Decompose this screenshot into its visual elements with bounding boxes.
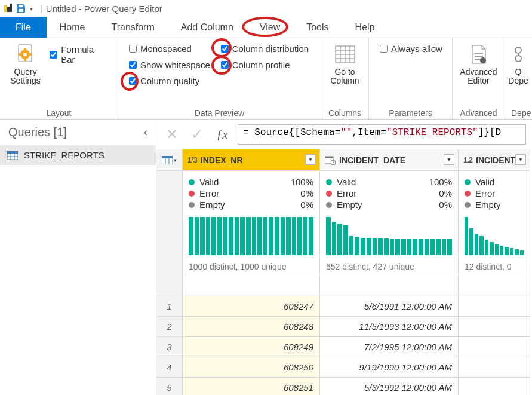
stat-error-label: Error <box>199 188 219 198</box>
svg-point-22 <box>480 57 486 63</box>
cell-date[interactable]: 5/3/1992 12:00:00 AM <box>320 378 459 395</box>
query-settings-button[interactable]: Query Settings <box>6 41 45 88</box>
goto-column-label: Go to Column <box>330 68 359 86</box>
cell-incident[interactable] <box>459 296 530 317</box>
tab-transform[interactable]: Transform <box>98 17 167 38</box>
tab-add-column[interactable]: Add Column <box>168 17 247 38</box>
column-header[interactable]: 1.2INCIDENT▼ <box>459 149 530 171</box>
formula-schema: "" <box>340 127 352 138</box>
cell-incident[interactable] <box>459 337 530 357</box>
cell-date[interactable]: 11/5/1993 12:00:00 AM <box>320 317 459 337</box>
tab-tools[interactable]: Tools <box>293 17 342 38</box>
check-column-distribution-label: Column distribution <box>232 44 309 54</box>
check-column-profile-label: Column profile <box>232 60 290 70</box>
tab-home[interactable]: Home <box>47 17 99 38</box>
query-item[interactable]: STRIKE_REPORTS <box>0 145 156 165</box>
ribbon: Query Settings Formula Bar Layout Monosp… <box>0 38 532 120</box>
check-column-profile[interactable]: Column profile <box>219 59 309 71</box>
dot-valid-icon <box>326 179 332 185</box>
qat-dropdown-icon[interactable]: ▾ <box>30 5 33 12</box>
check-formula-bar-input[interactable] <box>50 51 57 59</box>
check-whitespace[interactable]: Show whitespace <box>127 59 210 71</box>
collapse-icon[interactable]: ‹ <box>144 126 147 139</box>
formula-cancel-icon[interactable]: ✕ <box>162 125 182 144</box>
table-icon <box>7 151 18 160</box>
stat-error-value: 0% <box>439 188 452 198</box>
formula-accept-icon[interactable]: ✓ <box>187 125 207 144</box>
column-filter-icon[interactable]: ▼ <box>515 154 526 165</box>
column-quality-panel: Valid100%Error0%Empty0%652 distinct, 427… <box>320 171 459 296</box>
cell-date[interactable]: 7/2/1995 12:00:00 AM <box>320 337 459 357</box>
cell-index[interactable]: 608250 <box>183 357 320 378</box>
check-column-distribution-input[interactable] <box>221 45 229 53</box>
row-number[interactable]: 5 <box>156 378 183 395</box>
svg-point-24 <box>515 56 521 62</box>
goto-column-button[interactable]: Go to Column <box>327 41 362 88</box>
stat-empty-value: 0% <box>300 200 313 210</box>
column-header[interactable]: INCIDENT_DATE▼ <box>320 149 459 171</box>
cell-index[interactable]: 608251 <box>183 378 320 395</box>
distribution-chart <box>183 212 319 255</box>
cell-index[interactable]: 608249 <box>183 337 320 357</box>
column-header[interactable]: 1²3INDEX_NR▼ <box>183 149 320 171</box>
column-filter-icon[interactable]: ▼ <box>305 154 316 165</box>
formula-bar: ✕ ✓ ƒx = Source{[Schema="",Item="STRIKE_… <box>156 120 532 149</box>
formula-input[interactable]: = Source{[Schema="",Item="STRIKE_REPORTS… <box>238 124 526 145</box>
check-monospaced-label: Monospaced <box>140 44 192 54</box>
svg-point-7 <box>23 53 27 56</box>
advanced-editor-label: Advanced Editor <box>460 68 497 86</box>
tab-view[interactable]: View <box>247 17 293 38</box>
cell-date[interactable]: 5/6/1991 12:00:00 AM <box>320 296 459 317</box>
check-column-quality[interactable]: Column quality <box>127 75 210 87</box>
ribbon-group-parameters-label: Parameters <box>375 108 446 118</box>
check-column-distribution[interactable]: Column distribution <box>219 43 309 54</box>
cell-index[interactable]: 608247 <box>183 296 320 317</box>
grid-corner[interactable]: ▾ <box>156 149 183 171</box>
tab-help[interactable]: Help <box>342 17 388 38</box>
check-column-profile-input[interactable] <box>221 61 229 69</box>
stat-error-value: 0% <box>300 188 313 198</box>
check-whitespace-input[interactable] <box>129 61 137 69</box>
svg-rect-21 <box>475 59 481 60</box>
dot-valid-icon <box>189 179 195 185</box>
svg-rect-1 <box>7 7 10 12</box>
cell-incident[interactable] <box>459 357 530 378</box>
svg-rect-9 <box>24 59 26 61</box>
ribbon-group-layout: Query Settings Formula Bar Layout <box>0 38 118 119</box>
query-settings-label: Query Settings <box>10 68 41 86</box>
stat-empty-label: Empty <box>475 200 501 210</box>
distribution-chart <box>459 212 530 255</box>
stat-empty-value: 0% <box>439 200 452 210</box>
row-number[interactable]: 2 <box>156 317 183 337</box>
tab-file[interactable]: File <box>0 17 47 38</box>
check-monospaced-input[interactable] <box>129 45 137 53</box>
ribbon-group-advanced: Advanced Editor Advanced <box>453 38 505 119</box>
cell-index[interactable]: 608248 <box>183 317 320 337</box>
gear-doc-icon <box>14 42 38 66</box>
dependencies-button[interactable]: QDepe <box>506 41 530 88</box>
stat-error-label: Error <box>475 188 495 198</box>
ribbon-group-dependencies: QDepe Depe <box>505 38 531 119</box>
ribbon-group-columns-label: Columns <box>327 108 362 118</box>
check-always-allow-input[interactable] <box>380 45 388 53</box>
column-filter-icon[interactable]: ▼ <box>444 154 454 165</box>
stat-error-label: Error <box>337 188 356 198</box>
column-quality-panel: Valid100%Error0%Empty0%1000 distinct, 10… <box>183 171 320 296</box>
check-monospaced[interactable]: Monospaced <box>127 43 210 54</box>
cell-date[interactable]: 9/19/1990 12:00:00 AM <box>320 357 459 378</box>
ribbon-group-parameters: Always allow Parameters <box>369 38 453 119</box>
check-always-allow[interactable]: Always allow <box>377 43 442 54</box>
row-number[interactable]: 1 <box>156 296 183 317</box>
cell-incident[interactable] <box>459 378 530 395</box>
advanced-editor-button[interactable]: Advanced Editor <box>457 41 500 88</box>
svg-rect-27 <box>7 151 18 154</box>
cell-incident[interactable] <box>459 317 530 337</box>
check-formula-bar[interactable]: Formula Bar <box>47 44 109 65</box>
queries-pane: Queries [1] ‹ STRIKE_REPORTS <box>0 120 156 395</box>
row-number[interactable]: 3 <box>156 337 183 357</box>
save-icon[interactable] <box>16 3 26 14</box>
check-column-quality-input[interactable] <box>129 77 137 85</box>
svg-rect-4 <box>19 9 23 12</box>
row-number[interactable]: 4 <box>156 357 183 378</box>
fx-icon[interactable]: ƒx <box>213 125 232 144</box>
